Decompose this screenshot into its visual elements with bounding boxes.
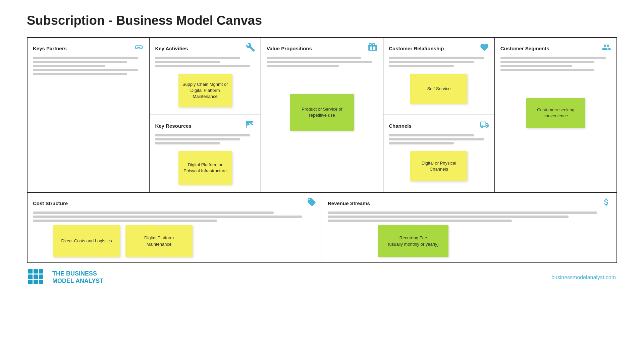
value-propositions-title: Value Propositions — [267, 46, 312, 51]
customer-segments-header: Customer Segments — [500, 43, 611, 54]
svg-rect-1 — [34, 269, 38, 274]
customer-segments-lines — [500, 57, 611, 71]
keys-partners-lines — [33, 57, 144, 75]
key-resources-lines — [155, 134, 255, 144]
svg-rect-0 — [28, 269, 33, 274]
channels-title: Channels — [389, 123, 412, 129]
dollar-icon — [602, 197, 611, 209]
channels-header: Channels — [389, 120, 489, 131]
svg-rect-4 — [34, 275, 38, 279]
value-propositions-note: Product or Service of repetitive use — [290, 94, 354, 131]
customer-relationship-note: Self-Service — [410, 74, 467, 104]
channels-note: Digital or Physical Channels — [410, 151, 467, 181]
revenue-streams-header: Revenue Streams — [328, 197, 611, 209]
svg-rect-8 — [39, 280, 43, 284]
value-propositions-lines — [267, 57, 377, 67]
logo-line1: THE BUSINESS — [52, 270, 103, 278]
svg-rect-5 — [39, 275, 43, 279]
footer-logo: THE BUSINESS MODEL ANALYST — [28, 269, 103, 286]
revenue-note-1: Recurring Fee(usually monthly or yearly) — [378, 225, 448, 257]
customer-relationship-header: Customer Relationship — [389, 43, 489, 54]
channels-lines — [389, 134, 489, 144]
cost-structure-header: Cost Structure — [33, 197, 316, 209]
link-icon — [134, 43, 144, 54]
customer-relationship-cell: Customer Relationship Self-Service — [383, 38, 494, 115]
page-wrapper: Subscription - Business Model Canvas Key… — [0, 0, 644, 296]
bottom-section: Cost Structure Direct-Costs and Logistic… — [28, 193, 616, 262]
customer-segments-title: Customer Segments — [500, 46, 549, 51]
logo-icon — [28, 269, 48, 286]
cost-note-2: Digital PlatformMaintenance — [125, 225, 193, 257]
cost-structure-notes: Direct-Costs and Logistics Digital Platf… — [33, 225, 316, 257]
svg-rect-7 — [34, 280, 38, 284]
keys-partners-title: Keys Partners — [33, 46, 67, 51]
key-resources-cell: Key Resources Digital Platform or Phisyc… — [150, 115, 260, 192]
people-icon — [602, 43, 611, 54]
revenue-streams-lines — [328, 212, 611, 222]
crm-channels-col: Customer Relationship Self-Service — [383, 38, 495, 192]
heart-icon — [480, 43, 489, 54]
customer-segments-note: Customers seeking convenience — [526, 98, 585, 128]
svg-rect-6 — [28, 280, 33, 284]
tag-icon — [307, 197, 316, 209]
value-propositions-header: Value Propositions — [267, 43, 377, 54]
customer-relationship-lines — [389, 57, 489, 67]
svg-rect-3 — [28, 275, 33, 279]
footer: THE BUSINESS MODEL ANALYST businessmodel… — [27, 269, 617, 286]
page-title: Subscription - Business Model Canvas — [27, 13, 617, 28]
gift-icon — [368, 43, 377, 54]
activities-resources-col: Key Activities Supply Chain Mgnmt or Dig… — [150, 38, 261, 192]
key-activities-title: Key Activities — [155, 46, 188, 51]
channels-cell: Channels Digital or Physical Channels — [383, 115, 494, 192]
key-activities-note: Supply Chain Mgnmt or Digital Platform M… — [178, 74, 232, 107]
key-resources-note: Digital Platform or Phisycal Infrastruct… — [178, 151, 232, 185]
cost-structure-cell: Cost Structure Direct-Costs and Logistic… — [28, 193, 322, 262]
key-activities-cell: Key Activities Supply Chain Mgnmt or Dig… — [150, 38, 260, 115]
revenue-streams-title: Revenue Streams — [328, 200, 370, 206]
canvas-container: Keys Partners — [27, 37, 617, 263]
factory-icon — [246, 120, 255, 131]
keys-partners-header: Keys Partners — [33, 43, 144, 54]
key-resources-title: Key Resources — [155, 123, 191, 129]
logo-text: THE BUSINESS MODEL ANALYST — [52, 270, 103, 285]
key-activities-header: Key Activities — [155, 43, 255, 54]
cost-note-1: Direct-Costs and Logistics — [53, 225, 120, 257]
footer-url: businessmodelanalyst.com — [551, 275, 616, 281]
svg-rect-2 — [39, 269, 43, 274]
wrench-icon — [246, 43, 255, 54]
keys-partners-cell: Keys Partners — [28, 38, 150, 192]
revenue-streams-notes: Recurring Fee(usually monthly or yearly) — [328, 225, 611, 257]
cost-structure-lines — [33, 212, 316, 222]
top-section: Keys Partners — [28, 38, 616, 193]
revenue-streams-cell: Revenue Streams Recurring Fee(usually mo… — [322, 193, 616, 262]
key-resources-header: Key Resources — [155, 120, 255, 131]
key-activities-lines — [155, 57, 255, 67]
truck-icon — [480, 120, 489, 131]
logo-line2: MODEL ANALYST — [52, 278, 103, 285]
value-propositions-cell: Value Propositions Product or Service of… — [261, 38, 383, 192]
cost-structure-title: Cost Structure — [33, 200, 68, 206]
customer-segments-cell: Customer Segments Customers seeking conv… — [495, 38, 616, 192]
customer-relationship-title: Customer Relationship — [389, 46, 444, 51]
